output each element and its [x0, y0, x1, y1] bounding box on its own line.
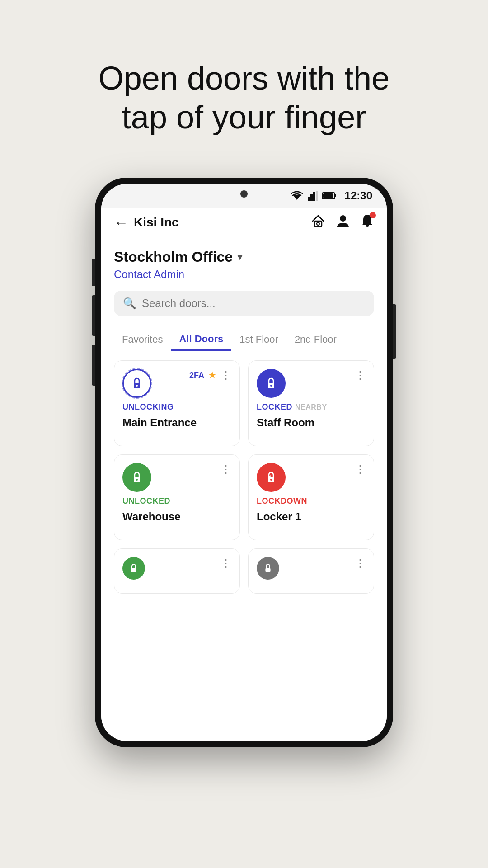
svg-rect-19: [131, 568, 136, 572]
nearby-badge: NEARBY: [295, 403, 327, 411]
nav-title: Kisi Inc: [134, 215, 311, 230]
card-top: ⋮: [257, 557, 366, 580]
status-row: LOCKED NEARBY: [257, 402, 366, 412]
volume-up-button: [92, 259, 95, 286]
battery-icon: [322, 192, 337, 200]
svg-rect-1: [308, 197, 310, 201]
tab-2nd-floor[interactable]: 2nd Floor: [286, 329, 345, 350]
svg-point-10: [340, 215, 346, 222]
card-top: 2FA ★ ⋮: [122, 369, 231, 398]
lock-icon-locker1: [257, 463, 286, 492]
card-top: ⋮: [257, 463, 366, 492]
hero-title: Open doors with the tap of your finger: [99, 59, 389, 137]
user-icon[interactable]: [336, 214, 350, 231]
menu-icon[interactable]: ⋮: [221, 369, 231, 382]
tab-favorites[interactable]: Favorites: [114, 329, 171, 350]
contact-admin-link[interactable]: Contact Admin: [114, 268, 374, 281]
notification-badge: [370, 212, 376, 218]
status-time: 12:30: [345, 189, 372, 202]
card-top: ⋮: [122, 463, 231, 492]
location-chevron-icon[interactable]: ▾: [237, 250, 243, 263]
door-card-warehouse[interactable]: ⋮ UNLOCKED Warehouse: [114, 454, 240, 540]
status-row: UNLOCKED: [122, 496, 231, 506]
svg-rect-8: [314, 221, 322, 226]
menu-icon[interactable]: ⋮: [355, 369, 366, 382]
door-card-staff-room[interactable]: ⋮ LOCKED NEARBY Staff Room: [248, 360, 374, 446]
card-badges: ⋮: [221, 463, 231, 476]
location-row: Stockholm Office ▾: [114, 249, 374, 265]
menu-icon[interactable]: ⋮: [221, 463, 231, 476]
doors-grid: 2FA ★ ⋮ UNLOCKING Main Entrance: [114, 360, 374, 594]
menu-icon[interactable]: ⋮: [221, 557, 231, 570]
search-input[interactable]: [142, 297, 365, 310]
card-top: ⋮: [257, 369, 366, 398]
door-name: Staff Room: [257, 416, 366, 429]
lock-icon-partial2: [257, 557, 279, 580]
lock-icon-main-entrance: [122, 369, 151, 398]
silent-button: [92, 345, 95, 386]
svg-point-12: [136, 385, 138, 387]
svg-marker-0: [293, 195, 300, 200]
top-nav: ← Kisi Inc: [101, 208, 387, 238]
svg-rect-20: [265, 568, 270, 572]
wifi-icon: [291, 191, 303, 201]
door-name: Locker 1: [257, 510, 366, 523]
door-status: LOCKDOWN: [257, 496, 307, 505]
svg-rect-3: [313, 192, 315, 201]
door-card-main-entrance[interactable]: 2FA ★ ⋮ UNLOCKING Main Entrance: [114, 360, 240, 446]
svg-point-14: [270, 385, 272, 387]
svg-rect-6: [335, 194, 336, 197]
card-top: ⋮: [122, 557, 231, 580]
bell-icon[interactable]: [361, 214, 374, 231]
tab-all-doors[interactable]: All Doors: [171, 329, 231, 351]
menu-icon[interactable]: ⋮: [355, 463, 366, 476]
lock-icon-partial1: [122, 557, 145, 580]
star-icon: ★: [208, 369, 217, 381]
search-bar: 🔍: [114, 291, 374, 316]
power-button: [393, 304, 396, 359]
card-badges: ⋮: [355, 369, 366, 382]
tabs-bar: Favorites All Doors 1st Floor 2nd Floor: [114, 329, 374, 351]
svg-rect-7: [323, 193, 333, 198]
card-badges: 2FA ★ ⋮: [189, 369, 231, 382]
door-card-locker1[interactable]: ⋮ LOCKDOWN Locker 1: [248, 454, 374, 540]
nav-icons: [311, 214, 374, 231]
door-name: Main Entrance: [122, 416, 231, 429]
svg-point-16: [136, 479, 138, 481]
door-status: UNLOCKED: [122, 496, 170, 505]
lock-icon-warehouse: [122, 463, 151, 492]
door-name: Warehouse: [122, 510, 231, 523]
phone-mockup: 12:30 ← Kisi Inc: [95, 178, 393, 747]
card-badges: ⋮: [355, 463, 366, 476]
door-status: UNLOCKING: [122, 402, 174, 411]
svg-rect-11: [134, 383, 140, 388]
door-card-partial-1[interactable]: ⋮: [114, 548, 240, 594]
location-name: Stockholm Office: [114, 249, 233, 265]
svg-point-9: [317, 222, 319, 225]
badge-2fa: 2FA: [189, 371, 204, 380]
home-icon[interactable]: [311, 214, 325, 231]
menu-icon[interactable]: ⋮: [355, 557, 366, 570]
lock-icon-staff-room: [257, 369, 286, 398]
door-card-partial-2[interactable]: ⋮: [248, 548, 374, 594]
volume-down-button: [92, 295, 95, 336]
back-button[interactable]: ←: [114, 214, 128, 231]
status-icons: 12:30: [291, 189, 372, 202]
door-status: LOCKED: [257, 402, 292, 412]
main-content: Stockholm Office ▾ Contact Admin 🔍 Favor…: [101, 238, 387, 741]
svg-rect-4: [316, 191, 318, 201]
svg-rect-2: [310, 194, 313, 201]
svg-point-18: [270, 479, 272, 481]
status-row: UNLOCKING: [122, 402, 231, 412]
camera-notch: [240, 190, 248, 198]
signal-icon: [308, 191, 318, 201]
search-icon: 🔍: [123, 297, 136, 310]
tab-1st-floor[interactable]: 1st Floor: [231, 329, 286, 350]
phone-screen: 12:30 ← Kisi Inc: [101, 184, 387, 741]
status-row: LOCKDOWN: [257, 496, 366, 506]
status-bar: 12:30: [101, 184, 387, 208]
